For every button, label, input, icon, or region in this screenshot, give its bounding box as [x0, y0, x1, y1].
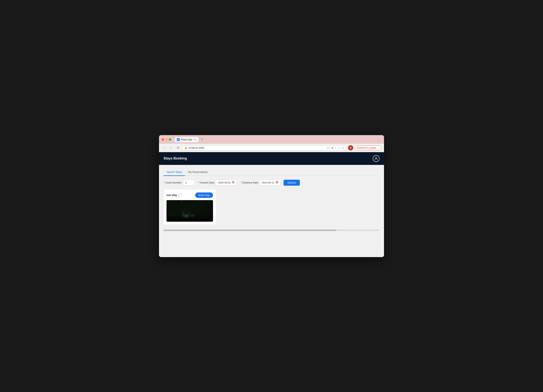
- svg-point-0: [376, 157, 377, 158]
- user-icon[interactable]: [373, 155, 379, 162]
- app-container: Stays Booking Search Stays My Reservatio…: [159, 152, 384, 257]
- checkout-required-star: *: [240, 181, 241, 184]
- window-controls: [162, 138, 171, 141]
- checkin-calendar-icon: 📅: [232, 181, 235, 184]
- relaunch-more-icon: ⋮: [377, 146, 379, 149]
- checkin-date-value: 2024-08-02: [218, 181, 231, 184]
- scrollbar-thumb[interactable]: [164, 230, 336, 231]
- browser-tab-active[interactable]: R React App ✕: [175, 137, 198, 142]
- checkin-group: * Checkin Date: 2024-08-02 📅: [198, 180, 237, 185]
- guest-number-input[interactable]: [183, 180, 194, 185]
- tab-search-stays[interactable]: Search Stays: [164, 169, 185, 176]
- svg-rect-15: [188, 214, 190, 217]
- download-icon: ⬇: [331, 146, 333, 149]
- checkout-date-value: 2024-08-13: [262, 181, 274, 184]
- svg-rect-12: [182, 213, 185, 216]
- guest-required-star: *: [164, 181, 164, 184]
- submit-button[interactable]: Submit: [283, 180, 300, 186]
- checkout-label: Checkout Date:: [242, 181, 259, 184]
- svg-rect-18: [191, 214, 195, 215]
- checkin-date-input[interactable]: 2024-08-02 📅: [216, 180, 237, 185]
- scrollbar-track[interactable]: [164, 230, 379, 231]
- scrollbar-container: [159, 228, 384, 232]
- lock-icon: 🔒: [184, 146, 187, 149]
- new-tab-button[interactable]: +: [199, 137, 204, 142]
- checkout-group: * Checkout Date: 2024-08-13 📅: [240, 180, 280, 185]
- checkout-date-input[interactable]: 2024-08-13 📅: [260, 180, 281, 185]
- guest-label: Guest Number:: [166, 181, 182, 184]
- app-title: Stays Booking: [164, 157, 187, 160]
- app-body: Search Stays My Reservations * Guest Num…: [159, 165, 384, 228]
- minimize-button[interactable]: [165, 138, 168, 141]
- reader-icon: ▭: [342, 146, 344, 149]
- stay-image: [166, 200, 213, 222]
- title-bar: R React App ✕ + ⌄: [159, 135, 384, 144]
- tab-my-reservations[interactable]: My Reservations: [185, 169, 210, 176]
- checkout-calendar-icon: 📅: [275, 181, 278, 184]
- browser-actions: S Relaunch to update ⋮: [348, 145, 381, 151]
- close-button[interactable]: [162, 138, 164, 141]
- address-bar: ‹ › ↺ 🔒 localhost:3000 🗝 ⬇ ↑ ☆ ▭ S Relau…: [159, 144, 384, 152]
- tab-bar: R React App ✕ +: [175, 137, 375, 142]
- book-stay-button[interactable]: Book Stay: [195, 192, 213, 198]
- share-icon: ↑: [335, 146, 336, 149]
- app-header: Stays Booking: [159, 152, 384, 165]
- chevron-down-icon[interactable]: ⌄: [377, 138, 381, 142]
- back-button[interactable]: ‹: [162, 145, 167, 151]
- relaunch-button[interactable]: Relaunch to update ⋮: [355, 146, 381, 150]
- stay-name: eve-stay: [166, 194, 177, 196]
- url-bar[interactable]: 🔒 localhost:3000 🗝 ⬇ ↑ ☆ ▭: [182, 146, 346, 150]
- bookmark-icon: ☆: [338, 146, 340, 149]
- stay-card-header: eve-stay i Book Stay: [166, 192, 213, 198]
- profile-button[interactable]: S: [348, 145, 353, 151]
- svg-point-16: [188, 212, 190, 214]
- browser-window: R React App ✕ + ⌄ ‹ › ↺ 🔒 localhost:3000…: [159, 135, 384, 257]
- forward-button[interactable]: ›: [168, 145, 174, 151]
- url-text: localhost:3000: [188, 146, 326, 149]
- app-tabs: Search Stays My Reservations: [164, 169, 379, 176]
- checkin-label: Checkin Date:: [199, 181, 215, 184]
- tab-title: React App: [181, 138, 192, 141]
- checkin-required-star: *: [198, 181, 198, 184]
- reload-button[interactable]: ↺: [175, 145, 180, 151]
- maximize-button[interactable]: [169, 138, 171, 141]
- info-icon[interactable]: i: [178, 193, 181, 197]
- stay-card: eve-stay i Book Stay: [164, 190, 216, 225]
- tab-close-icon[interactable]: ✕: [193, 138, 196, 141]
- key-icon: 🗝: [327, 146, 330, 149]
- guest-number-group: * Guest Number:: [164, 180, 194, 185]
- svg-rect-19: [166, 219, 213, 222]
- tab-favicon: R: [177, 138, 180, 141]
- relaunch-label: Relaunch to update: [357, 146, 376, 149]
- stay-card-title-row: eve-stay i: [166, 193, 181, 197]
- search-form: * Guest Number: * Checkin Date: 2024-08-…: [164, 180, 379, 186]
